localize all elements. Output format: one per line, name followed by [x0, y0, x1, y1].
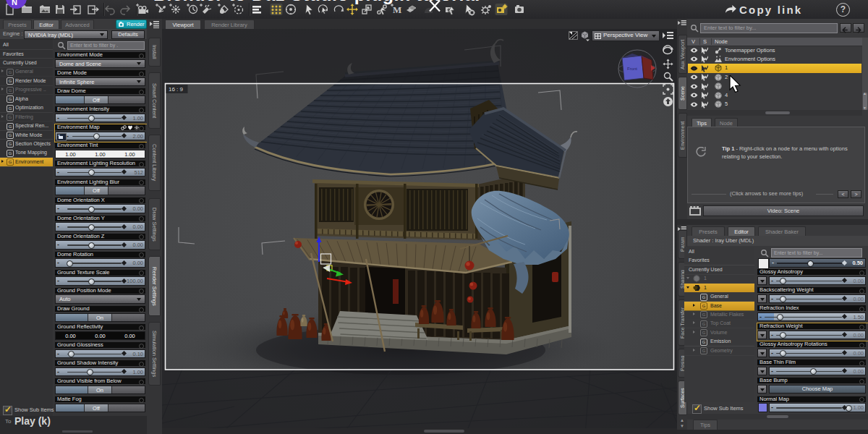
svg-text:Front: Front — [627, 67, 637, 71]
svg-text:M: M — [393, 4, 401, 15]
svg-text:16 : 9: 16 : 9 — [169, 86, 184, 93]
